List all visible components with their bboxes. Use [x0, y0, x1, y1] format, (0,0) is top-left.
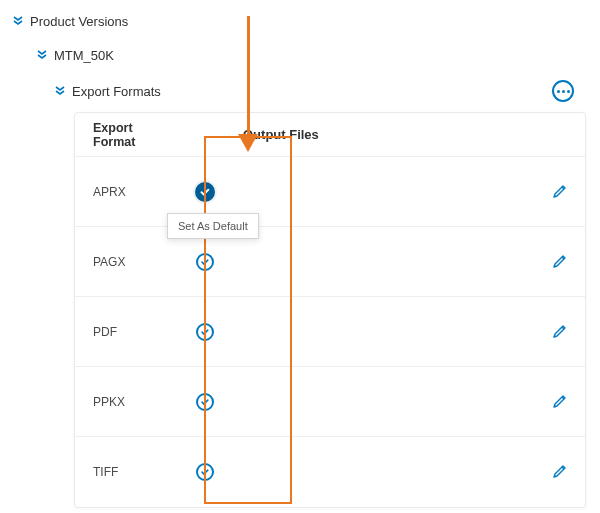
tree-label-product-version: MTM_50K: [54, 48, 114, 63]
set-as-default-button[interactable]: [196, 463, 214, 481]
ellipsis-icon: [557, 90, 560, 93]
tree-item-product-versions[interactable]: Product Versions: [12, 10, 588, 32]
set-as-default-button[interactable]: [196, 253, 214, 271]
edit-row-button[interactable]: [535, 183, 585, 201]
format-label: PAGX: [75, 255, 175, 269]
ellipsis-icon: [562, 90, 565, 93]
table-row: PDF: [75, 297, 585, 367]
set-as-default-button[interactable]: [196, 323, 214, 341]
tree-item-export-formats[interactable]: Export Formats: [54, 80, 161, 102]
edit-row-button[interactable]: [535, 253, 585, 271]
check-outline-icon: [200, 257, 210, 267]
tooltip-set-as-default: Set As Default: [167, 213, 259, 239]
double-chevron-down-icon: [36, 49, 48, 61]
set-as-default-button[interactable]: [195, 182, 215, 202]
edit-row-button[interactable]: [535, 463, 585, 481]
tree-label-product-versions: Product Versions: [30, 14, 128, 29]
export-formats-table: Export Format Output Files APRX Set As D…: [74, 112, 586, 508]
edit-row-button[interactable]: [535, 393, 585, 411]
ellipsis-icon: [567, 90, 570, 93]
pencil-icon: [551, 253, 569, 271]
pencil-icon: [551, 393, 569, 411]
table-row: TIFF: [75, 437, 585, 507]
set-as-default-button[interactable]: [196, 393, 214, 411]
check-outline-icon: [200, 397, 210, 407]
table-row: APRX Set As Default: [75, 157, 585, 227]
double-chevron-down-icon: [54, 85, 66, 97]
check-outline-icon: [200, 327, 210, 337]
check-outline-icon: [200, 467, 210, 477]
double-chevron-down-icon: [12, 15, 24, 27]
format-label: PPKX: [75, 395, 175, 409]
tree-item-product-version[interactable]: MTM_50K: [36, 44, 588, 66]
pencil-icon: [551, 183, 569, 201]
overflow-menu-button[interactable]: [552, 80, 574, 102]
column-header-output: Output Files: [235, 127, 535, 142]
format-label: PDF: [75, 325, 175, 339]
pencil-icon: [551, 323, 569, 341]
format-label: APRX: [75, 185, 175, 199]
pencil-icon: [551, 463, 569, 481]
table-header-row: Export Format Output Files: [75, 113, 585, 157]
table-row: PAGX: [75, 227, 585, 297]
edit-row-button[interactable]: [535, 323, 585, 341]
format-label: TIFF: [75, 465, 175, 479]
table-row: PPKX: [75, 367, 585, 437]
check-filled-icon: [199, 186, 211, 198]
column-header-format: Export Format: [75, 121, 175, 149]
tree-label-export-formats: Export Formats: [72, 84, 161, 99]
